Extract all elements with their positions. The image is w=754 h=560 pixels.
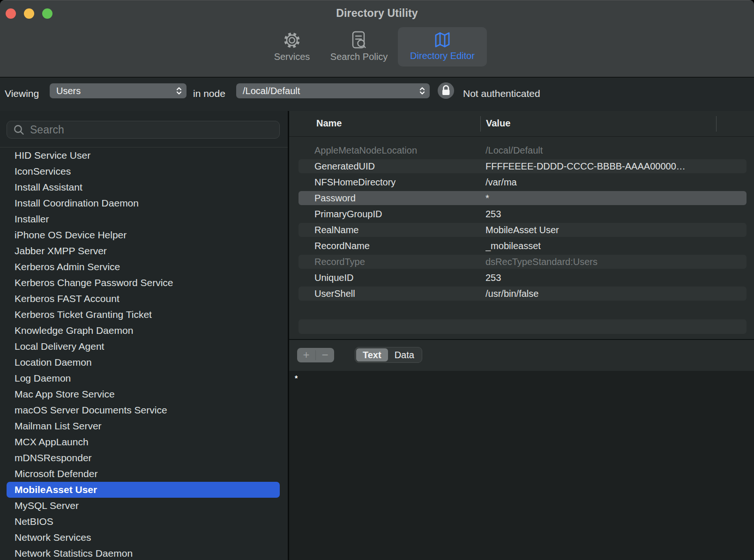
- sidebar-list-item[interactable]: Knowledge Graph Daemon: [0, 323, 288, 339]
- sidebar-list-item[interactable]: MCX AppLaunch: [0, 434, 288, 450]
- record-type-dropdown[interactable]: Users: [50, 83, 187, 98]
- attribute-name-cell: NFSHomeDirectory: [299, 177, 485, 188]
- attribute-value-cell: _mobileasset: [485, 241, 747, 251]
- sidebar-list-item[interactable]: Jabber XMPP Server: [0, 243, 288, 259]
- sidebar-list-item[interactable]: Log Daemon: [0, 370, 288, 386]
- sidebar-list-item[interactable]: Kerberos Ticket Granting Ticket: [0, 307, 288, 323]
- value-editor-toolbar: + − TextData: [289, 340, 754, 371]
- search-input[interactable]: [29, 123, 279, 137]
- sidebar-list-item[interactable]: Install Coordination Daemon: [0, 195, 288, 211]
- attribute-name-cell: PrimaryGroupID: [299, 209, 485, 220]
- attribute-name-cell: Password: [299, 193, 485, 204]
- sidebar-item-label: HID Service User: [15, 150, 90, 161]
- sidebar-item-label: Local Delivery Agent: [15, 341, 104, 352]
- attribute-panel: Name Value AppleMetaNodeLocation/Local/D…: [289, 111, 754, 560]
- gear-icon: [282, 30, 302, 51]
- sidebar-item-label: macOS Server Documents Service: [15, 405, 167, 416]
- add-remove-group: + −: [297, 348, 334, 362]
- search-field[interactable]: [7, 121, 280, 139]
- table-row[interactable]: Password*: [299, 191, 747, 205]
- sidebar-item-label: Knowledge Graph Daemon: [15, 325, 133, 336]
- toolbar-item-directory-editor[interactable]: Directory Editor: [398, 27, 487, 66]
- viewing-label: Viewing: [5, 88, 39, 99]
- table-row[interactable]: NFSHomeDirectory/var/ma: [299, 175, 747, 189]
- table-row[interactable]: RecordName_mobileasset: [299, 239, 747, 253]
- auth-status-label: Not authenticated: [463, 88, 540, 99]
- attribute-value-cell: dsRecTypeStandard:Users: [485, 257, 747, 267]
- sidebar-list-item[interactable]: IconServices: [0, 163, 288, 179]
- table-row[interactable]: UserShell/usr/bin/false: [299, 287, 747, 301]
- sidebar-item-label: NetBIOS: [15, 516, 53, 527]
- sidebar-list-item[interactable]: Kerberos FAST Account: [0, 291, 288, 307]
- sidebar-list-item[interactable]: Mac App Store Service: [0, 386, 288, 402]
- mode-text-segment[interactable]: Text: [356, 348, 388, 361]
- sidebar-list-item[interactable]: MySQL Server: [0, 498, 288, 514]
- toolbar-item-label: Directory Editor: [410, 51, 475, 61]
- text-data-segmented-control: TextData: [355, 347, 422, 363]
- attribute-name-cell: RecordType: [299, 257, 485, 267]
- sidebar-item-label: Install Coordination Daemon: [15, 198, 139, 209]
- column-divider[interactable]: [480, 116, 481, 132]
- table-row[interactable]: RecordTypedsRecTypeStandard:Users: [299, 255, 747, 269]
- table-row[interactable]: PrimaryGroupID253: [299, 207, 747, 221]
- sidebar-list-item[interactable]: Kerberos Admin Service: [0, 259, 288, 275]
- sidebar-list-item[interactable]: Location Daemon: [0, 354, 288, 370]
- value-editor-area[interactable]: *: [289, 371, 754, 560]
- sidebar-item-label: Location Daemon: [15, 357, 92, 368]
- add-value-button[interactable]: +: [297, 348, 315, 362]
- value-editor-content: *: [295, 375, 754, 383]
- attribute-value-cell: *: [485, 193, 747, 204]
- sidebar-list-item[interactable]: Mailman List Server: [0, 418, 288, 434]
- toolbar-item-label: Search Policy: [330, 52, 388, 62]
- sidebar-item-label: Network Services: [15, 532, 91, 543]
- column-header-name[interactable]: Name: [316, 118, 342, 129]
- sidebar-list-item[interactable]: Local Delivery Agent: [0, 339, 288, 354]
- sidebar-list-item[interactable]: Installer: [0, 211, 288, 227]
- attribute-name-cell: UniqueID: [299, 273, 485, 283]
- window-header: Directory Utility Services: [0, 0, 754, 78]
- authenticate-lock-button[interactable]: [438, 82, 454, 99]
- attribute-table-rows: AppleMetaNodeLocation/Local/DefaultGener…: [289, 137, 754, 334]
- sidebar-list-item[interactable]: iPhone OS Device Helper: [0, 227, 288, 243]
- content-area: HID Service UserIconServicesInstall Assi…: [0, 111, 754, 560]
- attribute-name-cell: UserShell: [299, 288, 485, 299]
- sidebar-list-item[interactable]: Network Statistics Daemon: [0, 545, 288, 560]
- table-row[interactable]: GeneratedUIDFFFFEEEE-DDDD-CCCC-BBBB-AAAA…: [299, 159, 747, 173]
- sidebar-list-item[interactable]: Kerberos Change Password Service: [0, 275, 288, 291]
- table-row[interactable]: UniqueID253: [299, 271, 747, 285]
- sidebar-list-item[interactable]: mDNSResponder: [0, 450, 288, 466]
- attribute-name-cell: RecordName: [299, 241, 485, 251]
- sidebar-list-item[interactable]: HID Service User: [0, 147, 288, 163]
- table-header: Name Value: [289, 111, 754, 137]
- attribute-value-cell: MobileAsset User: [485, 225, 747, 236]
- attribute-name-cell: AppleMetaNodeLocation: [299, 145, 485, 156]
- toolbar-item-services[interactable]: Services: [261, 27, 322, 62]
- sidebar-list-item[interactable]: Network Services: [0, 530, 288, 545]
- sidebar-item-label: Installer: [15, 214, 49, 225]
- directory-utility-window: Directory Utility Services: [0, 0, 754, 560]
- sidebar-item-label: Kerberos Admin Service: [15, 261, 120, 273]
- column-divider[interactable]: [716, 116, 717, 132]
- sidebar-list-item[interactable]: MobileAsset User: [7, 482, 280, 498]
- remove-value-button[interactable]: −: [316, 348, 334, 362]
- node-dropdown[interactable]: /Local/Default: [236, 83, 430, 98]
- sidebar-list-item[interactable]: macOS Server Documents Service: [0, 402, 288, 418]
- attribute-name-cell: RealName: [299, 225, 485, 236]
- sidebar-list-item[interactable]: Microsoft Defender: [0, 466, 288, 482]
- document-search-icon: [349, 30, 369, 51]
- map-icon: [432, 31, 453, 50]
- sidebar-item-label: Kerberos FAST Account: [15, 293, 119, 304]
- sidebar-list-item[interactable]: NetBIOS: [0, 514, 288, 530]
- attribute-value-cell: /Local/Default: [485, 145, 747, 156]
- mode-data-segment[interactable]: Data: [388, 348, 421, 361]
- attribute-value-cell: 253: [485, 273, 747, 283]
- toolbar-item-label: Services: [274, 52, 310, 62]
- empty-row-placeholder: [299, 319, 747, 334]
- column-header-value[interactable]: Value: [486, 118, 510, 129]
- toolbar-item-search-policy[interactable]: Search Policy: [319, 27, 399, 62]
- node-value: /Local/Default: [243, 86, 300, 96]
- sidebar-list-item[interactable]: Install Assistant: [0, 179, 288, 195]
- table-row[interactable]: AppleMetaNodeLocation/Local/Default: [299, 143, 747, 157]
- sidebar-item-label: IconServices: [15, 166, 71, 177]
- table-row[interactable]: RealNameMobileAsset User: [299, 223, 747, 237]
